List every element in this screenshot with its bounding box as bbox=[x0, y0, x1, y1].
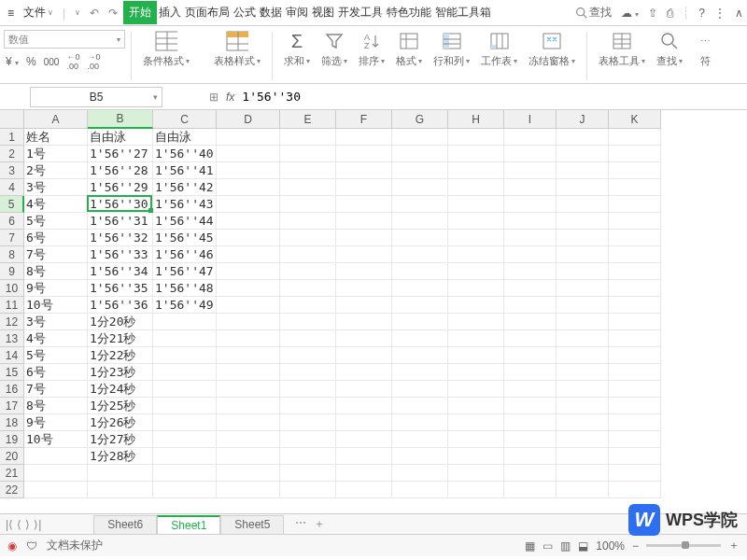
cell[interactable] bbox=[504, 129, 557, 146]
cell[interactable] bbox=[336, 448, 392, 465]
cell[interactable]: 2号 bbox=[24, 162, 88, 179]
menu-tab-8[interactable]: 特色功能 bbox=[385, 1, 433, 24]
cell[interactable] bbox=[448, 448, 504, 465]
cell[interactable] bbox=[448, 263, 504, 280]
cell[interactable] bbox=[609, 179, 661, 196]
zoom-in-icon[interactable]: ＋ bbox=[728, 538, 740, 553]
sheet-tab[interactable]: Sheet1 bbox=[157, 515, 220, 534]
cell[interactable] bbox=[609, 280, 661, 297]
cell[interactable] bbox=[504, 230, 557, 246]
cell[interactable] bbox=[217, 314, 280, 330]
col-header[interactable]: B bbox=[88, 110, 153, 129]
menu-tab-3[interactable]: 公式 bbox=[232, 1, 258, 24]
row-header[interactable]: 14 bbox=[0, 347, 24, 364]
cell[interactable] bbox=[336, 246, 392, 263]
row-header[interactable]: 21 bbox=[0, 465, 24, 482]
fx-label[interactable]: fx bbox=[226, 91, 234, 104]
name-box[interactable]: B5 bbox=[30, 87, 162, 107]
cell[interactable]: 1分25秒 bbox=[88, 398, 153, 414]
cell[interactable] bbox=[504, 364, 557, 381]
cell[interactable] bbox=[557, 213, 609, 230]
cell[interactable]: 3号 bbox=[24, 314, 88, 330]
cell[interactable] bbox=[392, 196, 448, 213]
cell[interactable] bbox=[280, 347, 336, 364]
cell[interactable] bbox=[336, 213, 392, 230]
cell[interactable] bbox=[609, 465, 661, 482]
cell[interactable]: 1'56''31 bbox=[88, 213, 153, 230]
qa-dropdown[interactable]: ∨ bbox=[71, 7, 84, 19]
cell[interactable] bbox=[609, 129, 661, 146]
cell[interactable] bbox=[557, 263, 609, 280]
cell[interactable]: 1'56''45 bbox=[153, 230, 217, 246]
cell[interactable] bbox=[392, 146, 448, 162]
row-header[interactable]: 11 bbox=[0, 297, 24, 314]
share-icon[interactable]: ⇧ bbox=[648, 7, 657, 20]
cell[interactable]: 1'56''46 bbox=[153, 246, 217, 263]
cell[interactable]: 5号 bbox=[24, 347, 88, 364]
cell[interactable] bbox=[336, 179, 392, 196]
row-header[interactable]: 16 bbox=[0, 381, 24, 398]
cell[interactable] bbox=[609, 196, 661, 213]
collapse-icon[interactable]: ∧ bbox=[735, 7, 743, 20]
cell[interactable] bbox=[392, 179, 448, 196]
cell[interactable] bbox=[153, 381, 217, 398]
rows-cols-button[interactable]: 行和列▾ bbox=[428, 30, 475, 68]
cell[interactable] bbox=[609, 347, 661, 364]
cell[interactable] bbox=[557, 364, 609, 381]
cell[interactable] bbox=[217, 179, 280, 196]
file-menu[interactable]: 文件 ∨ bbox=[20, 3, 57, 22]
cell[interactable] bbox=[392, 246, 448, 263]
cell[interactable] bbox=[217, 129, 280, 146]
sum-button[interactable]: Σ 求和▾ bbox=[278, 30, 316, 68]
row-header[interactable]: 9 bbox=[0, 263, 24, 280]
cell[interactable] bbox=[217, 246, 280, 263]
cell[interactable]: 1'56''41 bbox=[153, 162, 217, 179]
cell[interactable] bbox=[504, 162, 557, 179]
cell[interactable] bbox=[504, 297, 557, 314]
cell[interactable] bbox=[392, 347, 448, 364]
cell[interactable] bbox=[24, 448, 88, 465]
cell[interactable] bbox=[448, 129, 504, 146]
col-header[interactable]: C bbox=[153, 110, 217, 129]
cell[interactable] bbox=[280, 364, 336, 381]
cell[interactable] bbox=[24, 482, 88, 498]
cell[interactable] bbox=[217, 330, 280, 347]
cell[interactable] bbox=[336, 196, 392, 213]
cell[interactable]: 1'56''35 bbox=[88, 280, 153, 297]
cell[interactable] bbox=[336, 280, 392, 297]
cell[interactable]: 1'56''30 bbox=[88, 196, 153, 213]
cell[interactable] bbox=[392, 431, 448, 448]
cell[interactable] bbox=[88, 465, 153, 482]
cell[interactable] bbox=[504, 314, 557, 330]
cell[interactable] bbox=[609, 246, 661, 263]
cell[interactable]: 9号 bbox=[24, 280, 88, 297]
cell[interactable] bbox=[153, 431, 217, 448]
cell[interactable] bbox=[392, 129, 448, 146]
cell[interactable] bbox=[217, 347, 280, 364]
cell[interactable]: 8号 bbox=[24, 398, 88, 414]
cell[interactable]: 1'56''43 bbox=[153, 196, 217, 213]
cell[interactable] bbox=[504, 196, 557, 213]
row-header[interactable]: 19 bbox=[0, 431, 24, 448]
cell[interactable] bbox=[557, 196, 609, 213]
cell[interactable] bbox=[392, 364, 448, 381]
row-header[interactable]: 20 bbox=[0, 448, 24, 465]
view-reading-icon[interactable]: ⬓ bbox=[578, 539, 588, 553]
cell[interactable] bbox=[392, 482, 448, 498]
menu-tab-0[interactable]: 开始 bbox=[123, 1, 157, 24]
cell[interactable] bbox=[280, 280, 336, 297]
menu-tab-9[interactable]: 智能工具箱 bbox=[433, 1, 493, 24]
cell[interactable] bbox=[557, 448, 609, 465]
cell[interactable] bbox=[448, 196, 504, 213]
cell[interactable]: 1分24秒 bbox=[88, 381, 153, 398]
cell[interactable] bbox=[557, 179, 609, 196]
cell[interactable] bbox=[504, 482, 557, 498]
cell[interactable] bbox=[217, 448, 280, 465]
help-icon[interactable]: ? bbox=[698, 7, 705, 20]
cell[interactable]: 6号 bbox=[24, 364, 88, 381]
cell[interactable] bbox=[217, 431, 280, 448]
cell[interactable] bbox=[392, 465, 448, 482]
cell[interactable] bbox=[609, 230, 661, 246]
cell[interactable] bbox=[557, 482, 609, 498]
cell[interactable] bbox=[392, 398, 448, 414]
